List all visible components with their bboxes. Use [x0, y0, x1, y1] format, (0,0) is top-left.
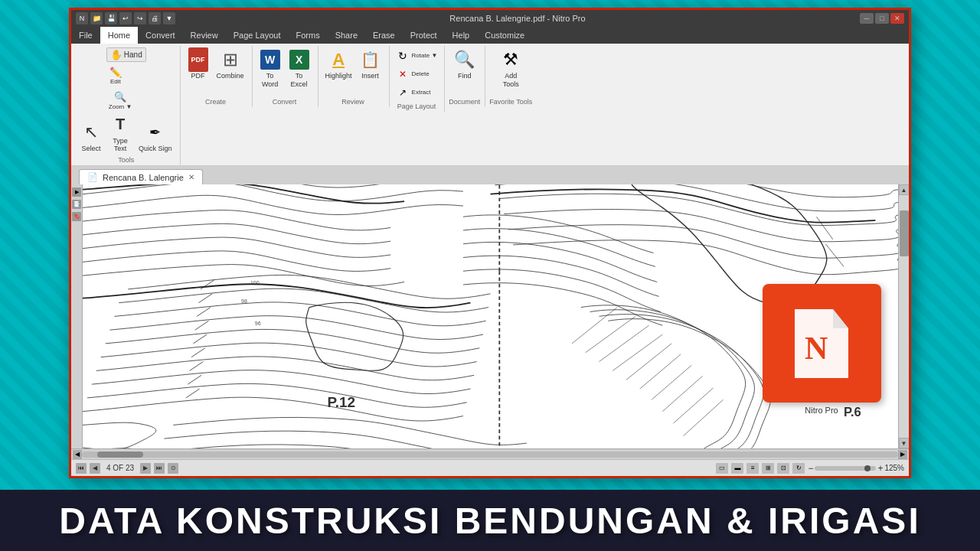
toexcel-icon: X [289, 49, 310, 70]
convert-group-label: Convert [273, 98, 297, 106]
print-icon[interactable]: 🖨 [149, 12, 161, 24]
find-icon: 🔍 [454, 49, 475, 70]
review-group-label: Review [341, 98, 364, 106]
nav-prev-button[interactable]: ◀ [90, 463, 100, 474]
open-icon[interactable]: 📁 [90, 12, 103, 24]
zoom-button[interactable]: 🔍 Zoom ▼ [106, 89, 135, 112]
title-bar-icons: N 📁 💾 ↩ ↪ 🖨 ▼ [76, 12, 175, 24]
menu-review[interactable]: Review [183, 27, 226, 44]
customize-icon[interactable]: ▼ [163, 12, 175, 24]
svg-text:P.12: P.12 [328, 394, 356, 410]
scroll-thumb-vertical[interactable] [900, 210, 909, 256]
nav-last-button[interactable]: ⏭ [154, 463, 165, 474]
scroll-up-button[interactable]: ▲ [899, 184, 910, 195]
scrollbar-bottom: ◀ ▶ [71, 448, 909, 459]
view-single-button[interactable]: ▭ [716, 463, 728, 474]
scroll-left-button[interactable]: ◀ [73, 450, 82, 459]
view-double-button[interactable]: ▬ [731, 463, 743, 474]
toword-button[interactable]: W ToWord [256, 47, 284, 90]
quicksign-button[interactable]: ✒ Quick Sign [136, 120, 175, 155]
find-button[interactable]: 🔍 Find [451, 47, 479, 82]
status-left: ⏮ ◀ 4 OF 23 ▶ ⏭ ⊙ [76, 463, 178, 474]
side-btn-2[interactable]: 📑 [72, 200, 81, 209]
nav-first-button[interactable]: ⏮ [76, 463, 87, 474]
doc-tab-label: Rencana B. Lalengrie [103, 173, 184, 182]
close-button[interactable]: ✕ [890, 13, 904, 24]
edit-button[interactable]: ✏️ Edit [106, 64, 125, 87]
tools-group-label: Tools [118, 156, 134, 164]
zoom-plus-icon[interactable]: + [877, 463, 883, 474]
combine-button[interactable]: ⊞ Combine [214, 47, 247, 82]
side-btn-3[interactable]: 🔖 [72, 212, 81, 221]
highlight-label: Highlight [325, 72, 352, 80]
menu-home[interactable]: Home [100, 27, 138, 44]
favorite-group-label: Favorite Tools [489, 98, 532, 106]
pdf-label: PDF [191, 72, 205, 80]
ribbon-group-convert: W ToWord X ToExcel Convert [253, 46, 318, 107]
extract-icon: ↗ [396, 86, 410, 99]
app-window: N 📁 💾 ↩ ↪ 🖨 ▼ Rencana B. Lalengrie.pdf -… [69, 8, 911, 478]
nav-goto-button[interactable]: ⊙ [168, 463, 178, 474]
toword-icon: W [260, 49, 281, 70]
maximize-button[interactable]: □ [875, 13, 889, 24]
highlight-button[interactable]: A Highlight [322, 47, 355, 82]
toexcel-button[interactable]: X ToExcel [286, 47, 313, 90]
ribbon-group-create: PDF PDF ⊞ Combine Create [181, 46, 253, 107]
menu-erase[interactable]: Erase [365, 27, 403, 44]
scroll-right-button[interactable]: ▶ [898, 450, 907, 459]
pdf-button[interactable]: PDF PDF [185, 47, 212, 82]
select-button[interactable]: ↖ Select [77, 120, 105, 155]
redo-icon[interactable]: ↪ [134, 12, 146, 24]
menu-customize[interactable]: Customize [477, 27, 532, 44]
pdf-content: P.12 P.6 ALENGRIE [83, 184, 898, 448]
rotate-label: Rotate ▼ [412, 53, 438, 60]
scroll-down-button[interactable]: ▼ [899, 438, 910, 448]
typetext-button[interactable]: T TypeText [106, 112, 134, 155]
menu-share[interactable]: Share [328, 27, 365, 44]
insert-button[interactable]: 📋 Insert [357, 47, 384, 82]
nav-next-button[interactable]: ▶ [140, 463, 151, 474]
select-label: Select [81, 145, 100, 153]
doc-tab-close[interactable]: ✕ [188, 173, 194, 181]
pdf-icon: PDF [188, 49, 209, 70]
delete-button[interactable]: ✕ Delete [394, 66, 432, 83]
tab-bar: 📄 Rencana B. Lalengrie ✕ [71, 166, 909, 184]
tools-row-1: ✏️ Edit [106, 64, 125, 87]
doc-tab-icon: 📄 [87, 172, 98, 182]
extract-label: Extract [412, 90, 431, 96]
addtools-icon: ⚒ [500, 49, 521, 70]
nitro-logo-overlay: N Nitro Pro [760, 284, 883, 418]
undo-icon[interactable]: ↩ [119, 12, 132, 24]
minimize-button[interactable]: ─ [860, 13, 874, 24]
edit-icon: ✏️ [109, 65, 122, 79]
menu-protect[interactable]: Protect [403, 27, 445, 44]
view-fit-button[interactable]: ⊡ [777, 463, 789, 474]
hand-icon: ✋ [110, 49, 122, 60]
view-rotate-button[interactable]: ↻ [792, 463, 805, 474]
review-buttons: A Highlight 📋 Insert [322, 47, 384, 82]
zoom-slider[interactable] [815, 466, 876, 471]
addtools-button[interactable]: ⚒ AddTools [497, 47, 524, 90]
menu-convert[interactable]: Convert [138, 27, 183, 44]
side-btn-1[interactable]: ▶ [72, 187, 81, 197]
menu-forms[interactable]: Forms [288, 27, 327, 44]
menu-file[interactable]: File [71, 27, 100, 44]
highlight-icon: A [328, 49, 349, 70]
page-info: 4 OF 23 [103, 464, 137, 472]
save-icon[interactable]: 💾 [105, 12, 117, 24]
menu-page-layout[interactable]: Page Layout [226, 27, 289, 44]
hand-button[interactable]: ✋ Hand [106, 47, 146, 62]
extract-button[interactable]: ↗ Extract [394, 84, 433, 101]
zoom-level-text: 125% [884, 464, 904, 472]
zoom-minus-icon[interactable]: − [808, 463, 813, 474]
tools-buttons: ✋ Hand ✏️ Edit 🔍 Zoom ▼ [106, 47, 146, 112]
menu-help[interactable]: Help [445, 27, 478, 44]
document-tab[interactable]: 📄 Rencana B. Lalengrie ✕ [79, 169, 203, 184]
zoom-slider-thumb[interactable] [864, 465, 871, 471]
rotate-button[interactable]: ↻ Rotate ▼ [394, 47, 440, 64]
view-continuous-button[interactable]: ≡ [746, 463, 759, 474]
scroll-track-horizontal [82, 452, 898, 458]
scroll-thumb-horizontal[interactable] [97, 452, 143, 458]
view-grid-button[interactable]: ⊞ [762, 463, 774, 474]
ribbon-group-favorite: ⚒ AddTools Favorite Tools [486, 46, 537, 107]
